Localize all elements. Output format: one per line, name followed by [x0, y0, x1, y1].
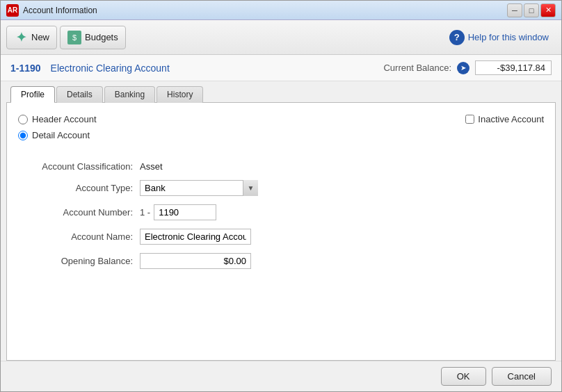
inactive-account-label: Inactive Account	[478, 114, 544, 124]
account-name-row: Account Name:	[18, 229, 544, 245]
main-content: Header Account Detail Account Inactive A…	[6, 102, 556, 361]
opening-balance-row: Opening Balance:	[18, 253, 544, 269]
classification-row: Account Classification: Asset	[18, 161, 544, 172]
new-button[interactable]: ✦ New	[6, 26, 57, 49]
account-number-row: Account Number: 1 -	[18, 204, 544, 220]
account-type-radio-group: Header Account Detail Account	[18, 114, 97, 140]
balance-icon: ➤	[457, 62, 469, 74]
account-type-select[interactable]: Bank Cash Credit Card Other	[140, 180, 258, 196]
tab-history[interactable]: History	[156, 86, 203, 103]
balance-value: -$39,117.84	[475, 60, 552, 75]
balance-label: Current Balance:	[383, 63, 451, 73]
close-button[interactable]: ✕	[540, 3, 556, 17]
main-window: AR Account Information ─ □ ✕ ✦ New $ Bud…	[0, 0, 562, 392]
budgets-icon: $	[67, 31, 81, 44]
classification-label: Account Classification:	[18, 161, 140, 172]
help-button[interactable]: ? Help for this window	[442, 27, 556, 48]
detail-account-option[interactable]: Detail Account	[18, 130, 97, 140]
new-label: New	[31, 32, 49, 42]
ok-button[interactable]: OK	[441, 367, 486, 386]
number-prefix: 1 -	[140, 207, 150, 218]
type-label: Account Type:	[18, 183, 140, 193]
account-name-header: Electronic Clearing Account	[51, 63, 170, 74]
budgets-label: Budgets	[85, 32, 118, 42]
account-type-row: Account Type: Bank Cash Credit Card Othe…	[18, 180, 544, 196]
form-fields: Account Classification: Asset Account Ty…	[18, 154, 544, 269]
detail-account-radio[interactable]	[18, 131, 28, 140]
classification-value: Asset	[140, 161, 163, 172]
minimize-button[interactable]: ─	[507, 3, 522, 17]
opening-balance-label: Opening Balance:	[18, 256, 140, 266]
account-type-section: Header Account Detail Account Inactive A…	[18, 114, 544, 154]
help-icon: ?	[449, 30, 465, 45]
detail-account-label: Detail Account	[32, 130, 90, 140]
account-name-input[interactable]	[140, 229, 251, 245]
tab-profile[interactable]: Profile	[10, 86, 55, 103]
name-label: Account Name:	[18, 231, 140, 242]
budgets-button[interactable]: $ Budgets	[60, 26, 126, 49]
new-icon: ✦	[14, 31, 28, 44]
account-header: 1-1190 Electronic Clearing Account Curre…	[1, 55, 561, 81]
opening-balance-input[interactable]	[140, 253, 251, 269]
balance-area: Current Balance: ➤ -$39,117.84	[383, 60, 552, 75]
header-account-label: Header Account	[32, 114, 97, 124]
app-icon: AR	[6, 4, 19, 17]
tab-banking[interactable]: Banking	[104, 86, 155, 103]
account-number-input-group: 1 -	[140, 204, 216, 220]
tabs-bar: Profile Details Banking History	[1, 81, 561, 102]
title-bar: AR Account Information ─ □ ✕	[1, 1, 561, 20]
cancel-button[interactable]: Cancel	[492, 367, 552, 386]
inactive-account-checkbox[interactable]	[465, 115, 474, 124]
header-account-radio[interactable]	[18, 115, 28, 124]
account-number-input[interactable]	[154, 204, 216, 220]
help-label: Help for this window	[468, 32, 549, 42]
toolbar: ✦ New $ Budgets ? Help for this window	[1, 20, 561, 55]
footer: OK Cancel	[1, 361, 561, 391]
number-label: Account Number:	[18, 207, 140, 218]
window-controls: ─ □ ✕	[507, 3, 556, 17]
header-account-option[interactable]: Header Account	[18, 114, 97, 124]
tab-details[interactable]: Details	[56, 86, 103, 103]
window-title: Account Information	[23, 6, 507, 15]
inactive-account-area: Inactive Account	[465, 114, 544, 124]
account-number: 1-1190	[10, 63, 41, 74]
maximize-button[interactable]: □	[524, 3, 539, 17]
type-select-wrapper: Bank Cash Credit Card Other ▼	[140, 180, 258, 196]
